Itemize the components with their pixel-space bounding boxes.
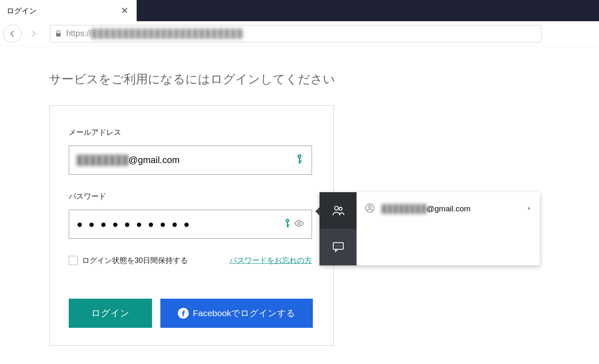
tab-strip: ログイン ✕ xyxy=(0,0,599,21)
browser-tab[interactable]: ログイン ✕ xyxy=(0,0,137,21)
svg-point-1 xyxy=(299,156,300,157)
checkbox-box[interactable] xyxy=(69,256,78,265)
login-card: メールアドレス ████████@gmail.com パスワード ●●●●●●●… xyxy=(49,105,334,346)
svg-rect-3 xyxy=(299,161,302,162)
key-icon[interactable] xyxy=(283,218,292,230)
popup-feedback-tab[interactable] xyxy=(319,229,357,265)
popup-accounts-tab[interactable] xyxy=(319,192,357,229)
eye-icon[interactable] xyxy=(294,218,304,230)
email-field-wrap: ████████@gmail.com xyxy=(69,146,312,175)
lock-icon xyxy=(55,30,62,37)
svg-point-19 xyxy=(369,206,371,208)
svg-point-10 xyxy=(298,222,300,225)
forward-button[interactable] xyxy=(24,25,42,43)
options-row: ログイン状態を30日間保持する パスワードをお忘れの方 xyxy=(69,255,312,265)
password-input[interactable]: ●●●●●●●●●● xyxy=(77,218,281,230)
tab-title: ログイン xyxy=(7,6,119,16)
password-manager-popup: ████████@gmail.com xyxy=(319,192,540,265)
url-text: https://████████████████████████ xyxy=(66,29,243,38)
svg-point-16 xyxy=(338,246,339,247)
svg-point-17 xyxy=(340,246,341,247)
key-icon[interactable] xyxy=(295,154,304,167)
email-input[interactable]: ████████@gmail.com xyxy=(77,155,292,166)
speech-bubble-icon xyxy=(332,240,345,254)
svg-rect-4 xyxy=(299,162,301,163)
password-field-wrap: ●●●●●●●●●● xyxy=(69,210,312,239)
back-button[interactable] xyxy=(3,25,22,43)
popup-sidebar xyxy=(319,192,357,265)
person-icon xyxy=(365,203,375,215)
popup-arrow xyxy=(315,207,319,215)
popup-body: ████████@gmail.com xyxy=(357,192,540,265)
email-label: メールアドレス xyxy=(69,127,314,137)
page-heading: サービスをご利用になるにはログインしてください xyxy=(49,71,599,88)
svg-point-6 xyxy=(287,220,288,221)
close-icon[interactable]: ✕ xyxy=(119,5,130,16)
remember-checkbox[interactable]: ログイン状態を30日間保持する xyxy=(69,255,188,265)
password-group: パスワード ●●●●●●●●●● xyxy=(69,191,314,239)
facebook-icon xyxy=(178,308,189,319)
chevron-right-icon xyxy=(527,205,532,213)
facebook-login-button[interactable]: Facebookでログインする xyxy=(160,299,313,328)
svg-rect-9 xyxy=(287,226,289,228)
address-bar[interactable]: https://████████████████████████ xyxy=(50,25,542,42)
svg-point-12 xyxy=(334,206,338,210)
saved-account-row[interactable]: ████████@gmail.com xyxy=(365,203,532,215)
login-button[interactable]: ログイン xyxy=(69,299,152,328)
email-group: メールアドレス ████████@gmail.com xyxy=(69,127,314,175)
password-label: パスワード xyxy=(69,191,314,201)
saved-account-email: ████████@gmail.com xyxy=(382,204,527,213)
facebook-button-label: Facebookでログインする xyxy=(193,307,295,319)
svg-point-13 xyxy=(339,207,342,210)
svg-point-15 xyxy=(335,246,336,247)
forgot-password-link[interactable]: パスワードをお忘れの方 xyxy=(230,255,312,265)
button-row: ログイン Facebookでログインする xyxy=(69,299,314,328)
users-icon xyxy=(331,203,345,218)
svg-rect-8 xyxy=(287,225,290,226)
nav-bar: https://████████████████████████ xyxy=(0,21,599,46)
remember-label: ログイン状態を30日間保持する xyxy=(82,255,188,265)
